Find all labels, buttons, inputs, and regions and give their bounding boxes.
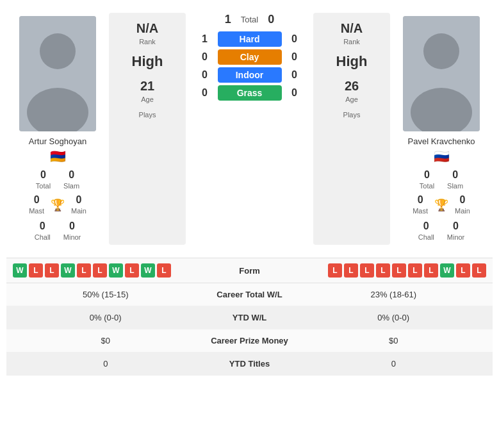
left-slam-value: 0 [63,169,79,181]
form-section: WLLWLLWLWL Form LLLLLLLWLL [6,258,493,283]
court-clay-badge: Clay [218,49,282,65]
court-hard-right: 0 [288,33,301,45]
svg-point-1 [40,33,76,69]
right-mast-value: 0 [413,194,428,206]
left-stats-row3: 0 Chall 0 Minor [35,220,81,242]
right-total-label: Total [420,182,434,190]
left-total-score: 1 [225,13,231,26]
right-rank-value: N/A [341,19,363,37]
left-main-label: Main [71,207,86,215]
right-slam-label: Slam [447,182,463,190]
form-badge-l: L [328,263,342,278]
left-rank-label: Rank [136,37,158,47]
right-age-value: 26 [345,77,359,95]
left-plays-value: Plays [139,110,156,120]
right-rank-label: Rank [341,37,363,47]
court-row-clay: 0 Clay 0 [189,49,310,65]
right-plays-value: Plays [343,110,361,120]
left-form-badges: WLLWLLWLWL [13,263,218,278]
right-minor-label: Minor [447,233,465,241]
form-badge-l: L [45,263,59,278]
form-badge-l: L [408,263,422,278]
stats-center-0: Career Total W/L [199,290,301,299]
right-slam-value: 0 [447,169,463,181]
court-row-grass: 0 Grass 0 [189,85,310,101]
right-player-card: Pavel Kravchenko🇷🇺 0 Total 0 Slam 0 Mast… [390,13,493,245]
court-indoor-left: 0 [199,69,211,81]
form-badge-l: L [93,263,107,278]
court-clay-left: 0 [199,51,211,63]
left-player-avatar [19,16,96,131]
stats-right-2: $0 [301,336,487,345]
right-stats-row1: 0 Total 0 Slam [420,169,463,190]
form-badge-l: L [424,263,438,278]
form-badge-l: L [472,263,486,278]
stats-center-2: Career Prize Money [199,336,301,345]
court-indoor-right: 0 [288,69,301,81]
left-stats-panel: N/A Rank High 21 Age Plays [109,13,186,245]
left-slam-stat: 0 Slam [63,169,79,190]
court-grass-left: 0 [199,87,211,99]
right-form-badges: LLLLLLLWLL [282,263,487,278]
left-chall-value: 0 [35,220,51,232]
right-total-stat: 0 Total [420,169,434,190]
form-badge-w: W [61,263,75,278]
left-high-value: High [132,52,163,72]
left-stats-row2: 0 Mast 🏆 0 Main [29,194,86,215]
court-grass-right: 0 [288,87,301,99]
form-badge-l: L [29,263,43,278]
left-main-stat: 0 Main [71,194,86,215]
right-main-label: Main [455,207,470,215]
right-trophy-icon: 🏆 [434,198,448,212]
right-plays-row: Plays [343,110,361,120]
form-badge-w: W [440,263,454,278]
court-grass-badge: Grass [218,85,282,101]
left-player-stats-row1: 0 Total 0 Slam [36,169,79,190]
left-main-value: 0 [71,194,86,206]
right-age-row: 26 Age [345,77,359,104]
form-badge-l: L [360,263,374,278]
main-container: Artur Soghoyan🇦🇲 0 Total 0 Slam 0 Mast 🏆 [0,0,499,382]
form-badge-l: L [157,263,171,278]
left-chall-label: Chall [35,233,51,241]
right-chall-value: 0 [418,220,434,232]
right-total-score: 0 [268,13,274,26]
form-badge-l: L [344,263,358,278]
left-mast-value: 0 [29,194,44,206]
court-hard-left: 1 [199,33,211,45]
left-age-label: Age [140,95,154,104]
right-high-value: High [336,52,368,72]
stats-row-2: $0 Career Prize Money $0 [6,329,493,353]
right-chall-stat: 0 Chall [418,220,434,242]
court-clay-right: 0 [288,51,301,63]
form-badge-l: L [77,263,91,278]
left-mast-stat: 0 Mast [29,194,44,215]
stats-center-1: YTD W/L [199,313,301,322]
stats-right-0: 23% (18-61) [301,290,487,299]
left-player-name: Artur Soghoyan [29,137,86,146]
right-age-label: Age [345,95,359,104]
right-high-row: High [336,52,368,72]
left-chall-stat: 0 Chall [35,220,51,242]
right-main-stat: 0 Main [455,194,470,215]
form-badge-l: L [456,263,470,278]
stats-row-1: 0% (0-0) YTD W/L 0% (0-0) [6,306,493,329]
left-plays-row: Plays [139,110,156,120]
left-minor-stat: 0 Minor [63,220,81,242]
left-high-row: High [132,52,163,72]
right-stats-panel: N/A Rank High 26 Age Plays [313,13,390,245]
form-badge-l: L [392,263,406,278]
left-rank-row: N/A Rank [136,19,158,47]
form-badge-w: W [141,263,155,278]
left-rank-value: N/A [136,19,158,37]
form-badge-l: L [125,263,139,278]
right-stats-row2: 0 Mast 🏆 0 Main [413,194,470,215]
form-badge-w: W [109,263,123,278]
stats-row-3: 0 YTD Titles 0 [6,353,493,376]
left-total-label: Total [36,182,51,190]
left-age-value: 21 [140,77,154,95]
court-row-indoor: 0 Indoor 0 [189,67,310,83]
total-label: Total [241,15,258,24]
form-badge-l: L [376,263,390,278]
left-mast-label: Mast [29,207,44,215]
